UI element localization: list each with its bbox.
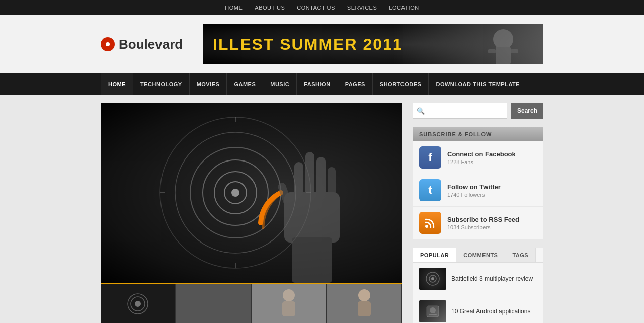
facebook-title: Connect on Facebook <box>447 150 516 158</box>
banner-text: ILLEST SUMMER 2011 <box>213 35 403 54</box>
main-nav: HOME TECHNOLOGY MOVIES GAMES MUSIC FASHI… <box>0 73 644 95</box>
mainnav-movies[interactable]: MOVIES <box>190 73 227 95</box>
banner: ILLEST SUMMER 2011 <box>203 24 543 64</box>
svg-rect-1 <box>496 47 511 64</box>
article-thumb-2 <box>419 300 446 322</box>
svg-point-37 <box>425 225 428 228</box>
rss-symbol <box>425 217 436 228</box>
thumb-4[interactable] <box>327 284 403 323</box>
topnav-contact[interactable]: CONTACT US <box>297 5 335 11</box>
tab-comments[interactable]: COMMENTS <box>456 248 505 262</box>
svg-rect-20 <box>284 192 340 243</box>
article-thumb-2-icon <box>423 303 443 320</box>
thumb-2[interactable] <box>176 284 252 323</box>
article-title-1: Battlefield 3 multiplayer review <box>451 275 533 283</box>
subscribe-header: SUBSCRIBE & FOLLOW <box>413 127 543 141</box>
search-icon: 🔍 <box>417 107 425 115</box>
tab-tags[interactable]: TAGS <box>505 248 536 262</box>
svg-rect-43 <box>429 314 437 315</box>
thumb-1-icon <box>125 291 150 316</box>
thumb-1[interactable] <box>101 284 176 323</box>
svg-rect-28 <box>358 301 371 316</box>
twitter-item[interactable]: t Follow on Twitter 1740 Followers <box>413 174 543 207</box>
rss-info: Subscribe to RSS Feed 1034 Subscribers <box>447 216 519 230</box>
svg-point-24 <box>135 301 141 307</box>
header: Boulevard ILLEST SUMMER 2011 <box>0 15 644 73</box>
logo[interactable]: Boulevard <box>101 37 183 52</box>
mainnav-pages[interactable]: PAGES <box>338 73 373 95</box>
mainnav-music[interactable]: MUSIC <box>263 73 297 95</box>
facebook-icon: f <box>419 146 441 169</box>
article-title-2: 10 Great Android applications <box>451 307 530 316</box>
rss-count: 1034 Subscribers <box>447 224 519 230</box>
search-input[interactable] <box>413 103 507 119</box>
search-box: 🔍 Search <box>413 103 543 119</box>
svg-point-0 <box>493 29 513 49</box>
topnav-location[interactable]: LOCATION <box>389 5 419 11</box>
subscribe-section: SUBSCRIBE & FOLLOW f Connect on Facebook… <box>413 127 543 239</box>
mainnav-shortcodes[interactable]: SHORTCODES <box>373 73 429 95</box>
hero-image <box>101 103 403 283</box>
tabs-section: POPULAR COMMENTS TAGS Battlefield 3 mult… <box>413 248 543 323</box>
facebook-count: 1228 Fans <box>447 159 516 165</box>
mainnav-games[interactable]: GAMES <box>227 73 263 95</box>
twitter-info: Follow on Twitter 1740 Followers <box>447 183 501 198</box>
tabs-header: POPULAR COMMENTS TAGS <box>413 248 543 263</box>
svg-point-40 <box>431 277 434 280</box>
svg-rect-21 <box>292 237 332 283</box>
topnav-services[interactable]: SERVICES <box>347 5 377 11</box>
twitter-count: 1740 Followers <box>447 192 501 198</box>
topnav-home[interactable]: HOME <box>225 5 243 11</box>
banner-decoration <box>428 24 528 64</box>
svg-rect-3 <box>511 49 518 53</box>
article-item-1[interactable]: Battlefield 3 multiplayer review <box>413 263 543 295</box>
facebook-item[interactable]: f Connect on Facebook 1228 Fans <box>413 141 543 174</box>
search-wrapper: 🔍 <box>413 103 509 119</box>
article-thumb-1-icon <box>423 270 443 287</box>
logo-text: Boulevard <box>119 37 183 52</box>
facebook-info: Connect on Facebook 1228 Fans <box>447 150 516 165</box>
mainnav-fashion[interactable]: FASHION <box>297 73 338 95</box>
content-area: 🔍 Search SUBSCRIBE & FOLLOW f Connect on… <box>0 95 644 323</box>
article-thumb-1 <box>419 268 446 290</box>
rss-item[interactable]: Subscribe to RSS Feed 1034 Subscribers <box>413 207 543 239</box>
logo-icon <box>101 37 115 51</box>
article-item-2[interactable]: 10 Great Android applications <box>413 295 543 323</box>
sidebar: 🔍 Search SUBSCRIBE & FOLLOW f Connect on… <box>413 103 543 323</box>
topnav-about[interactable]: ABOUT US <box>255 5 285 11</box>
thumbnail-strip <box>101 283 403 323</box>
rss-title: Subscribe to RSS Feed <box>447 216 519 223</box>
svg-point-10 <box>231 189 239 197</box>
thumb-3[interactable] <box>252 284 327 323</box>
svg-point-25 <box>283 289 295 301</box>
hero-hand-svg <box>252 132 362 283</box>
twitter-title: Follow on Twitter <box>447 183 501 191</box>
person-icon <box>276 286 301 321</box>
person2-icon <box>352 286 377 321</box>
top-nav: HOME ABOUT US CONTACT US SERVICES LOCATI… <box>0 0 644 15</box>
svg-point-27 <box>358 289 370 301</box>
mainnav-download[interactable]: DOWNLOAD THIS TEMPLATE <box>429 73 527 95</box>
mainnav-technology[interactable]: TECHNOLOGY <box>133 73 190 95</box>
mainnav-home[interactable]: HOME <box>101 73 133 95</box>
twitter-icon: t <box>419 179 441 201</box>
tab-popular[interactable]: POPULAR <box>413 248 456 262</box>
main-column <box>101 103 403 323</box>
svg-rect-26 <box>282 301 295 316</box>
search-button[interactable]: Search <box>511 103 543 119</box>
rss-icon <box>419 212 441 234</box>
svg-point-42 <box>430 307 436 313</box>
svg-rect-2 <box>488 49 496 53</box>
